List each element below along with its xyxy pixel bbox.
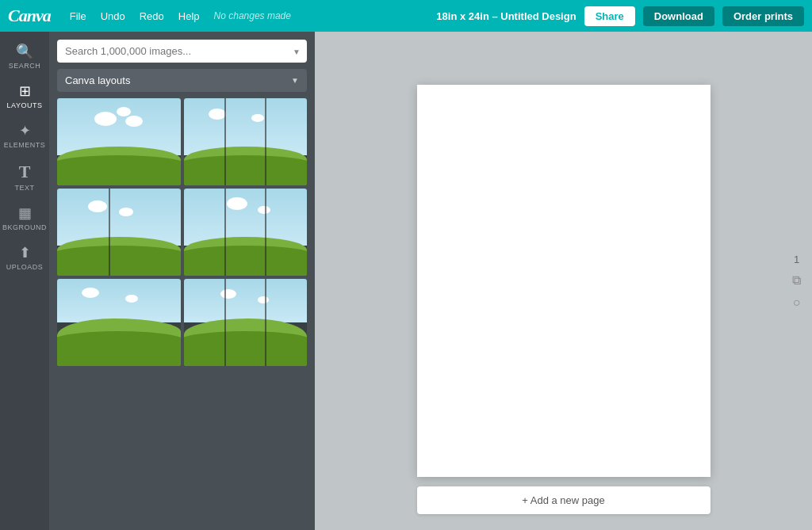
layouts-icon: ⊞ <box>19 84 31 98</box>
save-status: No changes made <box>214 10 291 21</box>
list-item[interactable] <box>184 279 308 366</box>
delete-page-icon[interactable]: ○ <box>793 295 801 309</box>
sidebar-label-search: SEARCH <box>9 62 41 70</box>
sidebar-label-text: TEXT <box>14 184 34 192</box>
sidebar-label-uploads: UPLOADS <box>6 263 44 271</box>
list-item[interactable] <box>57 189 181 276</box>
sidebar-item-elements[interactable]: ✦ ELEMENTS <box>0 116 49 155</box>
copy-page-icon[interactable]: ⧉ <box>792 273 801 287</box>
menu-file[interactable]: File <box>67 10 90 22</box>
sidebar-label-background: BKGROUND <box>2 223 47 231</box>
sidebar-label-layouts: LAYOUTS <box>7 101 43 109</box>
design-title: 18in x 24in – Untitled Design <box>436 10 576 22</box>
right-toolbar: 1 ⧉ ○ <box>792 253 801 309</box>
search-input[interactable] <box>57 40 307 63</box>
add-page-button[interactable]: + Add a new page <box>417 486 710 514</box>
uploads-icon: ⬆ <box>19 246 31 260</box>
list-item[interactable] <box>57 98 181 185</box>
menu-help[interactable]: Help <box>175 10 203 22</box>
download-button[interactable]: Download <box>643 6 714 26</box>
menu-undo[interactable]: Undo <box>98 10 128 22</box>
elements-icon: ✦ <box>19 124 31 138</box>
text-icon: T <box>19 163 31 181</box>
header: Canva File Undo Redo Help No changes mad… <box>0 0 812 32</box>
sidebar-item-search[interactable]: 🔍 SEARCH <box>0 36 49 76</box>
canvas-area: + Add a new page 1 ⧉ ○ <box>315 32 812 530</box>
layout-row-3 <box>57 279 307 366</box>
menu-redo[interactable]: Redo <box>136 10 167 22</box>
sidebar-item-layouts[interactable]: ⊞ LAYOUTS <box>0 76 49 116</box>
background-icon: ▦ <box>18 206 32 220</box>
sidebar-label-elements: ELEMENTS <box>4 141 46 149</box>
sidebar: 🔍 SEARCH ⊞ LAYOUTS ✦ ELEMENTS T TEXT ▦ B… <box>0 32 49 530</box>
list-item[interactable] <box>184 189 308 276</box>
layout-dropdown-label: Canva layouts <box>65 74 130 86</box>
page-number: 1 <box>794 253 799 265</box>
order-prints-button[interactable]: Order prints <box>722 6 804 26</box>
search-icon: 🔍 <box>16 44 33 59</box>
main-area: 🔍 SEARCH ⊞ LAYOUTS ✦ ELEMENTS T TEXT ▦ B… <box>0 32 812 530</box>
layouts-grid <box>57 98 307 522</box>
layout-row-2 <box>57 189 307 276</box>
canvas-paper[interactable] <box>417 85 710 477</box>
list-item[interactable] <box>57 279 181 366</box>
list-item[interactable] <box>184 98 308 185</box>
sidebar-item-uploads[interactable]: ⬆ UPLOADS <box>0 238 49 277</box>
share-button[interactable]: Share <box>584 6 635 26</box>
canva-logo[interactable]: Canva <box>8 6 51 26</box>
sidebar-item-text[interactable]: T TEXT <box>0 155 49 198</box>
layout-dropdown[interactable]: Canva layouts ▼ <box>57 69 307 92</box>
panel: ▼ Canva layouts ▼ <box>49 32 315 530</box>
chevron-down-icon: ▼ <box>291 76 299 85</box>
layout-row-1 <box>57 98 307 185</box>
sidebar-item-background[interactable]: ▦ BKGROUND <box>0 198 49 238</box>
search-container: ▼ <box>57 40 307 63</box>
